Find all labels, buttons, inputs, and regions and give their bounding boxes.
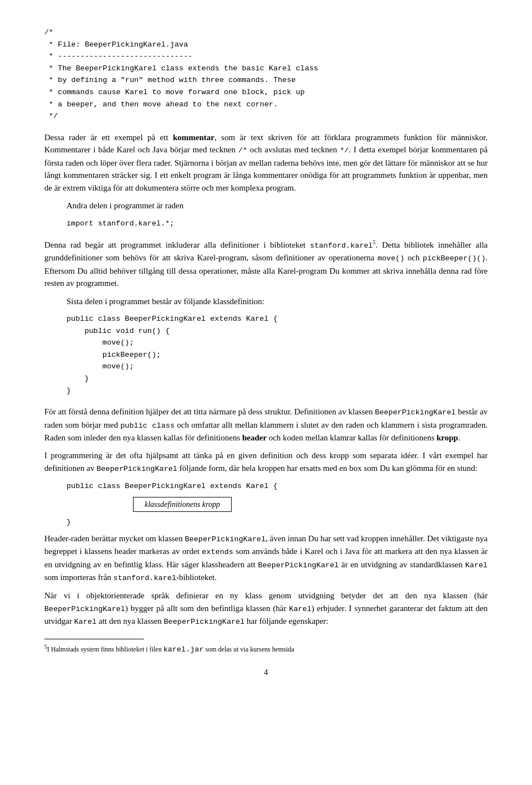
box-class-line2: }: [66, 516, 488, 529]
footnote-rest: som delas ut via kursens hemsida: [204, 645, 294, 653]
p5-code1: BeeperPickingKarel: [375, 408, 456, 417]
p1-mid: och avslutas med tecknen: [247, 145, 340, 154]
p8-code2: Karel: [289, 605, 312, 613]
p5-bold1: header: [242, 433, 267, 442]
paragraph-1: Dessa rader är ett exempel på ett kommen…: [44, 131, 488, 194]
p7-end: -biblioteket.: [176, 573, 217, 582]
p7-code1: BeeperPickingKarel: [185, 535, 266, 543]
p8-code4: BeeperPickingKarel: [163, 618, 244, 626]
p1-bold: kommentar: [173, 133, 214, 142]
paragraph-3: Denna rad begär att programmet inkludera…: [44, 238, 488, 290]
p3-code3: pickBeeper()(): [423, 254, 485, 263]
footnote-text: I Halmstads system finns biblioteket i f…: [47, 645, 163, 653]
p7-start: Header-raden berättar mycket om klassen: [44, 534, 185, 543]
import-line: import stanford.karel.*;: [66, 218, 488, 230]
p8-mid3: att den nya klassen: [96, 617, 163, 625]
p6-code: BeeperPickingKarel: [96, 465, 177, 473]
paragraph-8: När vi i objektorienterade språk definie…: [44, 589, 488, 628]
p8-code1: BeeperPickingKarel: [44, 605, 125, 613]
box-content: klassdefinitionens kropp: [133, 497, 232, 512]
p3-code2: move(): [377, 254, 405, 263]
p1-code1: /*: [238, 146, 247, 155]
p3-start: Denna rad begär att programmet inkludera…: [44, 240, 310, 249]
p8-end: har följande egenskaper:: [244, 617, 328, 625]
p5-start: För att förstå denna definition hjälper …: [44, 407, 375, 416]
p8-start: När vi i objektorienterade språk definie…: [44, 591, 488, 600]
p1-code2: */: [340, 146, 349, 155]
paragraph-6: I programmering är det ofta hjälpsamt at…: [44, 449, 488, 475]
paragraph-7: Header-raden berättar mycket om klassen …: [44, 532, 488, 584]
p6-rest: följande form, där hela kroppen har ersa…: [177, 464, 478, 473]
p5-code2: public class: [120, 422, 175, 430]
paragraph-2-intro: Andra delen i programmet är raden: [66, 199, 488, 212]
comment-code: /* * File: BeeperPickingKarel.java * ---…: [44, 27, 488, 122]
comment-block: /* * File: BeeperPickingKarel.java * ---…: [44, 27, 488, 122]
class-definition-block: public class BeeperPickingKarel extends …: [66, 313, 488, 397]
p5-bold2: kropp: [437, 433, 458, 442]
p1-intro: Dessa rader är ett exempel på ett: [44, 133, 173, 142]
p5-mid3: och koden mellan klamrar kallas för defi…: [267, 433, 437, 442]
p7-code5: stanford.karel: [114, 574, 176, 582]
box-class-line1: public class BeeperPickingKarel extends …: [66, 480, 488, 492]
p7-code2: extends: [202, 548, 233, 556]
paragraph-5: För att förstå denna definition hjälper …: [44, 406, 488, 444]
p3-mid: och: [405, 253, 423, 262]
footnote: 5I Halmstads system finns biblioteket i …: [44, 643, 488, 655]
page-number: 4: [44, 666, 488, 678]
p8-mid1: ) bygger på allt som den befintliga klas…: [125, 604, 289, 613]
p7-mid4: som importeras från: [44, 573, 114, 582]
footnote-code: karel.jar: [163, 645, 204, 654]
p7-code4: Karel: [465, 561, 488, 569]
p7-code3: BeeperPickingKarel: [258, 561, 339, 569]
p5-end: .: [458, 433, 461, 442]
p3-code: stanford.karel: [310, 242, 372, 250]
p8-code3: Karel: [74, 618, 97, 626]
box-class-block: public class BeeperPickingKarel extends …: [66, 480, 488, 528]
footnote-divider: [44, 639, 144, 639]
p7-mid3: är en utvidgning av standardklassen: [339, 560, 465, 569]
paragraph-4-intro: Sista delen i programmet består av följa…: [66, 295, 488, 308]
